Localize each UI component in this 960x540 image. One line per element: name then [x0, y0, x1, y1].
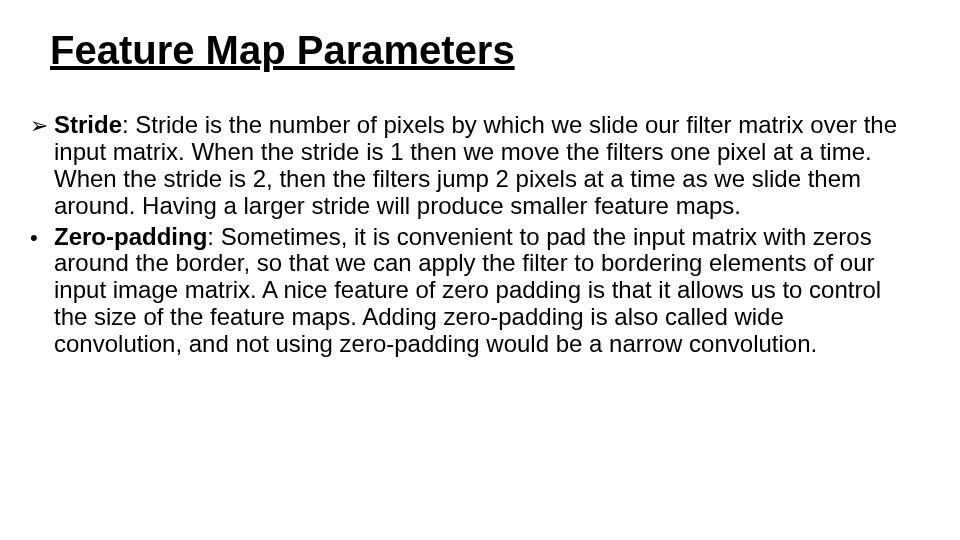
- arrow-bullet-icon: ➢: [30, 112, 54, 139]
- list-item: ➢ Stride: Stride is the number of pixels…: [30, 112, 900, 220]
- slide-title: Feature Map Parameters: [50, 28, 515, 73]
- slide-body: ➢ Stride: Stride is the number of pixels…: [30, 112, 900, 362]
- item-description: : Stride is the number of pixels by whic…: [54, 111, 897, 219]
- slide: Feature Map Parameters ➢ Stride: Stride …: [0, 0, 960, 540]
- list-item: • Zero-padding: Sometimes, it is conveni…: [30, 224, 900, 358]
- item-term: Zero-padding: [54, 223, 207, 250]
- dot-bullet-icon: •: [30, 224, 54, 251]
- item-text: Zero-padding: Sometimes, it is convenien…: [54, 224, 900, 358]
- item-term: Stride: [54, 111, 122, 138]
- item-text: Stride: Stride is the number of pixels b…: [54, 112, 900, 220]
